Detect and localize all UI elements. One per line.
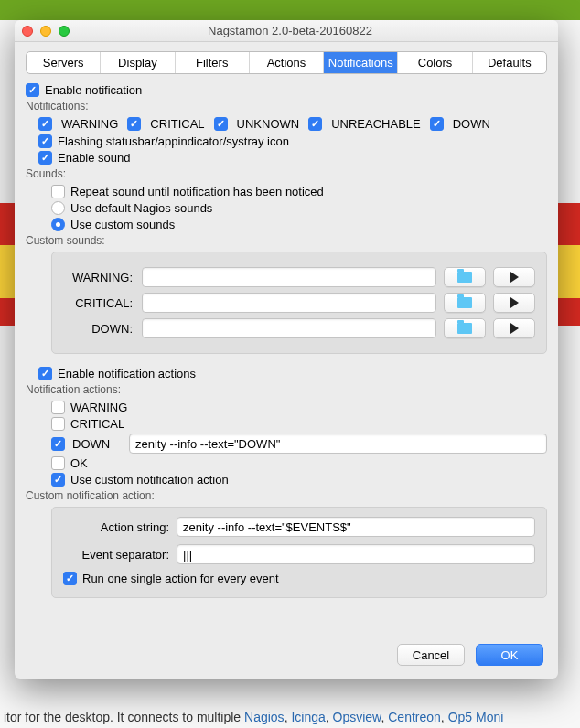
action-warning-checkbox[interactable] (51, 401, 65, 414)
repeat-sound-checkbox[interactable] (51, 185, 65, 198)
action-down-command-input[interactable] (129, 434, 547, 454)
titlebar: Nagstamon 2.0-beta-20160822 (15, 20, 558, 42)
tab-bar: Servers Display Filters Actions Notifica… (26, 51, 547, 74)
action-ok-checkbox[interactable] (51, 456, 65, 470)
preferences-window: Nagstamon 2.0-beta-20160822 Servers Disp… (15, 20, 558, 679)
custom-action-subheader: Custom notification action: (26, 489, 547, 502)
default-sounds-radio[interactable] (51, 201, 65, 215)
page-background-text: itor for the desktop. It connects to mul… (0, 710, 580, 724)
tab-colors[interactable]: Colors (398, 52, 472, 73)
enable-notification-checkbox[interactable] (26, 83, 39, 97)
critical-sound-play-button[interactable] (493, 293, 535, 313)
warning-sound-browse-button[interactable] (444, 267, 486, 287)
window-title: Nagstamon 2.0-beta-20160822 (29, 24, 551, 37)
level-critical-checkbox[interactable] (127, 117, 141, 131)
tab-filters[interactable]: Filters (176, 52, 250, 73)
custom-sounds-group: WARNING: CRITICAL: DOWN: (51, 252, 547, 354)
down-sound-play-button[interactable] (493, 318, 535, 338)
play-icon (510, 297, 519, 308)
tab-display[interactable]: Display (101, 52, 175, 73)
folder-icon (457, 272, 472, 283)
critical-sound-browse-button[interactable] (444, 293, 486, 313)
cancel-button[interactable]: Cancel (397, 644, 465, 666)
ok-button[interactable]: OK (476, 644, 543, 666)
actions-subheader: Notification actions: (26, 383, 547, 396)
custom-action-group: Action string: Event separator: Run one … (51, 507, 547, 598)
notifications-subheader: Notifications: (26, 100, 547, 112)
run-single-action-checkbox[interactable] (63, 572, 77, 585)
tab-servers[interactable]: Servers (27, 52, 101, 73)
tab-defaults[interactable]: Defaults (473, 52, 546, 73)
tab-actions[interactable]: Actions (250, 52, 324, 73)
enable-actions-checkbox[interactable] (38, 367, 52, 380)
event-separator-input[interactable] (177, 544, 535, 564)
enable-sound-checkbox[interactable] (38, 151, 52, 165)
enable-notification-label: Enable notification (45, 83, 142, 97)
level-warning-checkbox[interactable] (38, 117, 52, 131)
custom-sounds-radio[interactable] (51, 218, 65, 231)
use-custom-action-checkbox[interactable] (51, 473, 65, 487)
sounds-subheader: Sounds: (26, 167, 547, 180)
warning-sound-play-button[interactable] (493, 267, 535, 287)
play-icon (510, 272, 519, 283)
action-critical-checkbox[interactable] (51, 417, 65, 431)
folder-icon (457, 297, 472, 308)
action-string-input[interactable] (177, 517, 535, 537)
custom-sounds-subheader: Custom sounds: (26, 234, 547, 247)
level-down-checkbox[interactable] (430, 117, 444, 131)
down-sound-browse-button[interactable] (444, 318, 486, 338)
action-down-checkbox[interactable] (51, 437, 65, 451)
critical-sound-input[interactable] (142, 293, 436, 313)
down-sound-input[interactable] (142, 318, 436, 338)
warning-sound-input[interactable] (142, 267, 436, 287)
tab-notifications[interactable]: Notifications (324, 52, 398, 73)
play-icon (510, 323, 519, 334)
folder-icon (457, 323, 472, 334)
flashing-checkbox[interactable] (38, 134, 52, 148)
level-unreachable-checkbox[interactable] (308, 117, 322, 131)
level-unknown-checkbox[interactable] (214, 117, 228, 131)
